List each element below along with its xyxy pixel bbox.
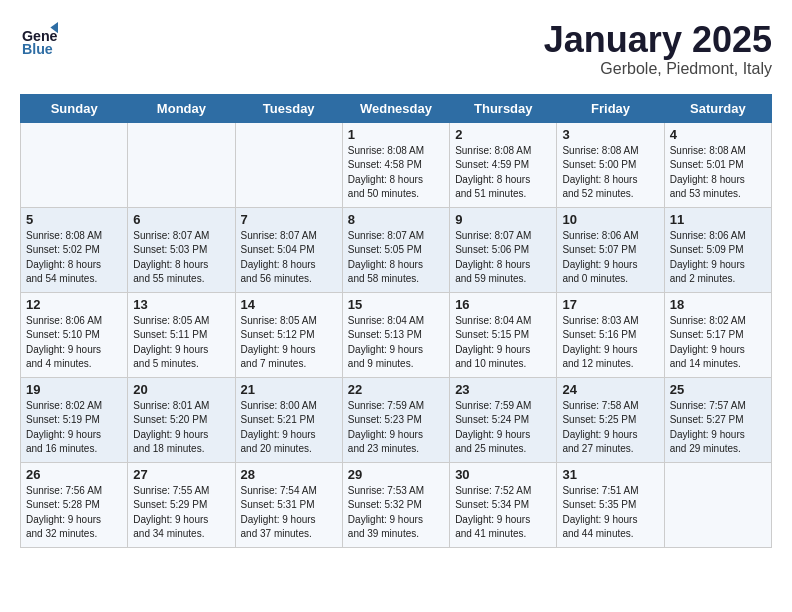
day-info: Sunrise: 7:53 AM Sunset: 5:32 PM Dayligh… (348, 484, 444, 542)
day-info: Sunrise: 8:08 AM Sunset: 5:02 PM Dayligh… (26, 229, 122, 287)
calendar-cell: 6Sunrise: 8:07 AM Sunset: 5:03 PM Daylig… (128, 207, 235, 292)
calendar-cell: 20Sunrise: 8:01 AM Sunset: 5:20 PM Dayli… (128, 377, 235, 462)
day-number: 2 (455, 127, 551, 142)
day-info: Sunrise: 8:00 AM Sunset: 5:21 PM Dayligh… (241, 399, 337, 457)
day-number: 5 (26, 212, 122, 227)
logo-icon: General Blue (20, 20, 58, 58)
calendar-cell: 28Sunrise: 7:54 AM Sunset: 5:31 PM Dayli… (235, 462, 342, 547)
day-number: 31 (562, 467, 658, 482)
day-info: Sunrise: 7:59 AM Sunset: 5:23 PM Dayligh… (348, 399, 444, 457)
calendar-cell: 19Sunrise: 8:02 AM Sunset: 5:19 PM Dayli… (21, 377, 128, 462)
page-header: General Blue January 2025 Gerbole, Piedm… (20, 20, 772, 78)
day-info: Sunrise: 8:02 AM Sunset: 5:19 PM Dayligh… (26, 399, 122, 457)
calendar-cell (21, 122, 128, 207)
calendar-week-row: 19Sunrise: 8:02 AM Sunset: 5:19 PM Dayli… (21, 377, 772, 462)
calendar-week-row: 12Sunrise: 8:06 AM Sunset: 5:10 PM Dayli… (21, 292, 772, 377)
day-number: 11 (670, 212, 766, 227)
calendar-cell: 26Sunrise: 7:56 AM Sunset: 5:28 PM Dayli… (21, 462, 128, 547)
calendar-week-row: 1Sunrise: 8:08 AM Sunset: 4:58 PM Daylig… (21, 122, 772, 207)
calendar-cell: 22Sunrise: 7:59 AM Sunset: 5:23 PM Dayli… (342, 377, 449, 462)
day-number: 19 (26, 382, 122, 397)
day-info: Sunrise: 8:03 AM Sunset: 5:16 PM Dayligh… (562, 314, 658, 372)
calendar-cell (664, 462, 771, 547)
day-number: 29 (348, 467, 444, 482)
weekday-header-row: SundayMondayTuesdayWednesdayThursdayFrid… (21, 94, 772, 122)
day-info: Sunrise: 8:06 AM Sunset: 5:09 PM Dayligh… (670, 229, 766, 287)
calendar-cell: 12Sunrise: 8:06 AM Sunset: 5:10 PM Dayli… (21, 292, 128, 377)
day-number: 4 (670, 127, 766, 142)
calendar-cell: 31Sunrise: 7:51 AM Sunset: 5:35 PM Dayli… (557, 462, 664, 547)
calendar-cell: 17Sunrise: 8:03 AM Sunset: 5:16 PM Dayli… (557, 292, 664, 377)
calendar-cell: 29Sunrise: 7:53 AM Sunset: 5:32 PM Dayli… (342, 462, 449, 547)
day-number: 26 (26, 467, 122, 482)
day-number: 3 (562, 127, 658, 142)
day-info: Sunrise: 8:04 AM Sunset: 5:13 PM Dayligh… (348, 314, 444, 372)
day-info: Sunrise: 8:06 AM Sunset: 5:10 PM Dayligh… (26, 314, 122, 372)
calendar-cell: 1Sunrise: 8:08 AM Sunset: 4:58 PM Daylig… (342, 122, 449, 207)
day-number: 9 (455, 212, 551, 227)
day-number: 24 (562, 382, 658, 397)
calendar-cell: 21Sunrise: 8:00 AM Sunset: 5:21 PM Dayli… (235, 377, 342, 462)
day-number: 14 (241, 297, 337, 312)
day-number: 1 (348, 127, 444, 142)
calendar-cell: 18Sunrise: 8:02 AM Sunset: 5:17 PM Dayli… (664, 292, 771, 377)
calendar-cell (128, 122, 235, 207)
title-block: January 2025 Gerbole, Piedmont, Italy (544, 20, 772, 78)
weekday-header-friday: Friday (557, 94, 664, 122)
day-info: Sunrise: 8:01 AM Sunset: 5:20 PM Dayligh… (133, 399, 229, 457)
day-number: 10 (562, 212, 658, 227)
day-number: 6 (133, 212, 229, 227)
day-info: Sunrise: 8:08 AM Sunset: 5:00 PM Dayligh… (562, 144, 658, 202)
day-number: 27 (133, 467, 229, 482)
day-number: 15 (348, 297, 444, 312)
calendar-cell (235, 122, 342, 207)
day-info: Sunrise: 7:54 AM Sunset: 5:31 PM Dayligh… (241, 484, 337, 542)
day-info: Sunrise: 8:07 AM Sunset: 5:06 PM Dayligh… (455, 229, 551, 287)
weekday-header-monday: Monday (128, 94, 235, 122)
day-number: 18 (670, 297, 766, 312)
calendar-table: SundayMondayTuesdayWednesdayThursdayFrid… (20, 94, 772, 548)
weekday-header-saturday: Saturday (664, 94, 771, 122)
calendar-cell: 9Sunrise: 8:07 AM Sunset: 5:06 PM Daylig… (450, 207, 557, 292)
day-info: Sunrise: 8:07 AM Sunset: 5:04 PM Dayligh… (241, 229, 337, 287)
day-number: 13 (133, 297, 229, 312)
calendar-cell: 3Sunrise: 8:08 AM Sunset: 5:00 PM Daylig… (557, 122, 664, 207)
weekday-header-sunday: Sunday (21, 94, 128, 122)
day-info: Sunrise: 8:05 AM Sunset: 5:11 PM Dayligh… (133, 314, 229, 372)
calendar-cell: 4Sunrise: 8:08 AM Sunset: 5:01 PM Daylig… (664, 122, 771, 207)
day-number: 21 (241, 382, 337, 397)
weekday-header-wednesday: Wednesday (342, 94, 449, 122)
day-info: Sunrise: 7:57 AM Sunset: 5:27 PM Dayligh… (670, 399, 766, 457)
day-number: 8 (348, 212, 444, 227)
calendar-cell: 5Sunrise: 8:08 AM Sunset: 5:02 PM Daylig… (21, 207, 128, 292)
calendar-cell: 14Sunrise: 8:05 AM Sunset: 5:12 PM Dayli… (235, 292, 342, 377)
day-info: Sunrise: 8:07 AM Sunset: 5:05 PM Dayligh… (348, 229, 444, 287)
day-info: Sunrise: 7:56 AM Sunset: 5:28 PM Dayligh… (26, 484, 122, 542)
weekday-header-thursday: Thursday (450, 94, 557, 122)
svg-text:Blue: Blue (22, 41, 53, 57)
day-info: Sunrise: 8:08 AM Sunset: 4:58 PM Dayligh… (348, 144, 444, 202)
calendar-title: January 2025 (544, 20, 772, 60)
calendar-cell: 11Sunrise: 8:06 AM Sunset: 5:09 PM Dayli… (664, 207, 771, 292)
calendar-cell: 24Sunrise: 7:58 AM Sunset: 5:25 PM Dayli… (557, 377, 664, 462)
day-info: Sunrise: 8:06 AM Sunset: 5:07 PM Dayligh… (562, 229, 658, 287)
day-info: Sunrise: 8:07 AM Sunset: 5:03 PM Dayligh… (133, 229, 229, 287)
day-info: Sunrise: 8:02 AM Sunset: 5:17 PM Dayligh… (670, 314, 766, 372)
day-info: Sunrise: 8:08 AM Sunset: 4:59 PM Dayligh… (455, 144, 551, 202)
day-info: Sunrise: 7:51 AM Sunset: 5:35 PM Dayligh… (562, 484, 658, 542)
day-number: 17 (562, 297, 658, 312)
day-info: Sunrise: 7:55 AM Sunset: 5:29 PM Dayligh… (133, 484, 229, 542)
calendar-cell: 7Sunrise: 8:07 AM Sunset: 5:04 PM Daylig… (235, 207, 342, 292)
day-number: 22 (348, 382, 444, 397)
day-info: Sunrise: 8:08 AM Sunset: 5:01 PM Dayligh… (670, 144, 766, 202)
day-number: 28 (241, 467, 337, 482)
day-number: 23 (455, 382, 551, 397)
day-number: 12 (26, 297, 122, 312)
day-number: 25 (670, 382, 766, 397)
day-info: Sunrise: 7:59 AM Sunset: 5:24 PM Dayligh… (455, 399, 551, 457)
logo: General Blue (20, 20, 62, 58)
day-number: 20 (133, 382, 229, 397)
calendar-week-row: 5Sunrise: 8:08 AM Sunset: 5:02 PM Daylig… (21, 207, 772, 292)
calendar-cell: 25Sunrise: 7:57 AM Sunset: 5:27 PM Dayli… (664, 377, 771, 462)
day-info: Sunrise: 7:58 AM Sunset: 5:25 PM Dayligh… (562, 399, 658, 457)
